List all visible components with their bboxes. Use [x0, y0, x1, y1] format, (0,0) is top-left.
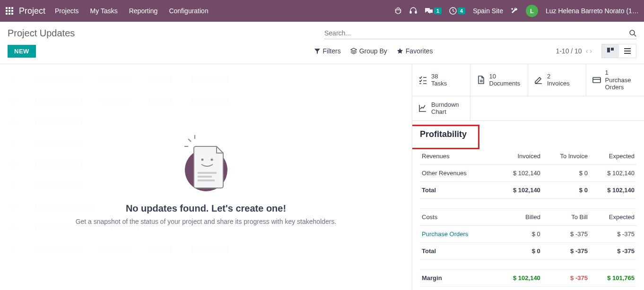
pager-prev[interactable]: ‹: [586, 47, 588, 55]
svg-point-11: [210, 158, 213, 161]
row-other-revenues[interactable]: Other Revenues $ 102,140 $ 0 $ 102,140: [420, 164, 636, 181]
col-expected: Expected: [590, 148, 636, 165]
row-costs-total: Total $ 0 $ -375 $ -375: [420, 242, 636, 259]
nav-projects[interactable]: Projects: [55, 7, 79, 15]
activities-badge: 4: [458, 8, 465, 14]
left-panel: No updates found. Let's create one! Get …: [0, 64, 412, 290]
tools-icon[interactable]: [511, 7, 518, 15]
search-input[interactable]: [324, 29, 629, 37]
empty-illustration: [178, 132, 235, 194]
list-icon: [624, 47, 631, 55]
top-navbar: Project Projects My Tasks Reporting Conf…: [0, 0, 644, 22]
search-box[interactable]: [324, 27, 636, 39]
chart-icon: [418, 103, 427, 113]
nav-my-tasks[interactable]: My Tasks: [90, 7, 118, 15]
highlight-box: [412, 125, 479, 149]
search-icon[interactable]: [629, 29, 636, 37]
stat-tasks[interactable]: 38Tasks: [412, 64, 470, 96]
svg-rect-6: [624, 48, 631, 49]
group-by-dropdown[interactable]: Group By: [350, 47, 387, 55]
kanban-icon: [607, 47, 614, 55]
filter-icon: [314, 48, 321, 54]
svg-rect-12: [198, 172, 217, 174]
apps-icon[interactable]: [6, 7, 13, 15]
stat-purchase-orders[interactable]: 1Purchase Orders: [586, 64, 644, 96]
pager-next[interactable]: ›: [590, 47, 592, 55]
favorites-dropdown[interactable]: Favorites: [397, 47, 433, 55]
col-costs: Costs: [420, 208, 496, 225]
control-panel: Project Updates NEW Filters Group By Fav…: [0, 22, 644, 64]
nav-configuration[interactable]: Configuration: [169, 7, 208, 15]
col-invoiced: Invoiced: [496, 148, 542, 165]
profitability-table: Revenues Invoiced To Invoice Expected Ot…: [420, 148, 636, 287]
col-to-bill: To Bill: [542, 208, 590, 225]
right-panel: 38Tasks 10Documents 2Invoices 1Purchase …: [412, 64, 644, 290]
svg-rect-13: [198, 176, 212, 178]
star-icon: [397, 48, 403, 54]
svg-rect-4: [607, 48, 610, 52]
site-switcher[interactable]: Spain Site: [473, 7, 503, 15]
list-view-button[interactable]: [619, 44, 636, 58]
kanban-view-button[interactable]: [602, 44, 619, 58]
pager: 1-10 / 10 ‹ ›: [556, 47, 592, 55]
col-expected2: Expected: [590, 208, 636, 225]
row-margin: Margin $ 102,140 $ -375 $ 101,765: [420, 269, 636, 286]
svg-rect-0: [410, 11, 411, 13]
svg-rect-15: [593, 77, 600, 83]
svg-point-10: [201, 158, 203, 161]
card-icon: [592, 75, 601, 85]
new-button[interactable]: NEW: [8, 45, 36, 58]
messages-icon[interactable]: 1: [425, 7, 442, 15]
messages-badge: 1: [434, 8, 442, 14]
svg-rect-5: [611, 48, 614, 51]
layers-icon: [350, 48, 357, 54]
stat-invoices[interactable]: 2Invoices: [528, 64, 586, 96]
stat-documents[interactable]: 10Documents: [470, 64, 529, 96]
pencil-icon: [534, 75, 543, 85]
col-revenues: Revenues: [420, 148, 496, 165]
svg-rect-7: [624, 51, 631, 51]
main-area: No updates found. Let's create one! Get …: [0, 64, 644, 290]
pager-range[interactable]: 1-10 / 10: [556, 47, 582, 55]
document-icon: [476, 75, 486, 85]
breadcrumb: Project Updates: [8, 28, 75, 39]
view-switcher: [601, 44, 636, 58]
tasks-icon: [418, 75, 427, 85]
svg-rect-14: [198, 179, 215, 181]
nav-menu: Projects My Tasks Reporting Configuratio…: [55, 7, 209, 15]
avatar[interactable]: L: [526, 5, 538, 17]
svg-rect-1: [415, 11, 417, 13]
activities-icon[interactable]: 4: [449, 7, 465, 15]
stat-burndown[interactable]: Burndown Chart: [412, 96, 470, 120]
row-revenues-total: Total $ 102,140 $ 0 $ 102,140: [420, 181, 636, 198]
app-brand[interactable]: Project: [19, 6, 45, 16]
empty-subtitle: Get a snapshot of the status of your pro…: [76, 218, 337, 225]
row-purchase-orders[interactable]: Purchase Orders $ 0 $ -375 $ -375: [420, 225, 636, 242]
filters-dropdown[interactable]: Filters: [314, 47, 341, 55]
empty-title: No updates found. Let's create one!: [126, 203, 286, 214]
col-to-invoice: To Invoice: [542, 148, 590, 165]
svg-point-3: [630, 30, 635, 35]
empty-state: No updates found. Let's create one! Get …: [0, 64, 412, 290]
nav-reporting[interactable]: Reporting: [129, 7, 158, 15]
svg-rect-8: [624, 53, 631, 54]
bug-icon[interactable]: [394, 7, 402, 15]
col-billed: Billed: [496, 208, 542, 225]
support-icon[interactable]: [409, 7, 417, 15]
user-name[interactable]: Luz Helena Barreto Norato (16-sweet-b...: [546, 7, 640, 15]
